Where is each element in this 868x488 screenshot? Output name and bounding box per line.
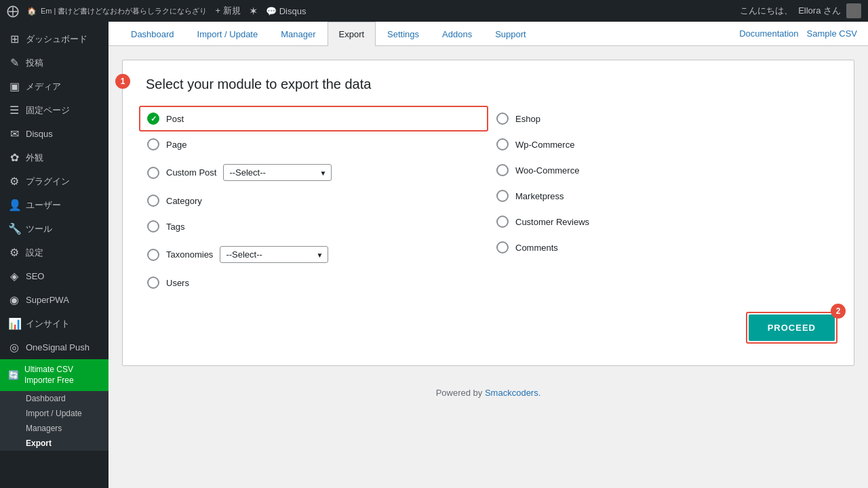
media-icon: ▣ (8, 80, 20, 93)
tab-export[interactable]: Export (328, 22, 376, 46)
step-2-badge: 2 (831, 304, 846, 319)
content-area: Dashboard Import / Update Manager Export… (108, 22, 868, 488)
option-page[interactable]: Page (139, 131, 488, 157)
insights-icon: 📊 (8, 317, 20, 330)
wp-logo-icon[interactable]: ⨁ (7, 3, 19, 18)
posts-icon: ✎ (8, 56, 20, 69)
sidebar-item-plugins[interactable]: ⚙ プラグイン (0, 169, 108, 193)
radio-woocommerce (496, 164, 509, 176)
sidebar-item-seo[interactable]: ◈ SEO (0, 264, 108, 288)
superpwa-icon: ◉ (8, 293, 20, 306)
dashboard-icon: ⊞ (8, 33, 20, 45)
tab-support[interactable]: Support (484, 22, 538, 46)
option-post[interactable]: Post (139, 106, 488, 131)
custom-post-select[interactable]: --Select-- (223, 164, 332, 181)
site-link[interactable]: 🏠 Em | 書けど書けどなおわが暮らしラクにならざり (27, 6, 207, 16)
plugin-content: 1 Select your module to export the data … (108, 46, 868, 422)
option-users[interactable]: Users (139, 270, 488, 296)
sidebar-item-pages[interactable]: ☰ 固定ページ (0, 98, 108, 122)
option-eshop-label: Eshop (515, 114, 540, 124)
sidebar-item-csv-importer[interactable]: 🔄 Ultimate CSV Importer Free (0, 359, 108, 391)
option-woocommerce-label: Woo-Commerce (515, 165, 579, 176)
option-taxonomies-label: Taxonomies (166, 249, 213, 260)
option-marketpress[interactable]: Marketpress (488, 183, 837, 209)
option-comments-label: Comments (515, 243, 558, 253)
seo-icon: ◈ (8, 270, 20, 283)
radio-comments (496, 241, 509, 253)
options-left: Post Page Custom Post --Select-- (139, 106, 488, 296)
option-custom-post-label: Custom Post (166, 167, 216, 178)
tab-manager[interactable]: Manager (269, 22, 327, 46)
sidebar-item-media[interactable]: ▣ メディア (0, 75, 108, 98)
plugins-icon: ⚙ (8, 175, 20, 188)
home-icon: 🏠 (27, 7, 37, 16)
option-post-label: Post (166, 114, 184, 124)
link-documentation[interactable]: Documentation (739, 28, 798, 39)
tab-addons[interactable]: Addons (431, 22, 484, 46)
sidebar-item-onesignal[interactable]: ◎ OneSignal Push (0, 336, 108, 359)
option-marketpress-label: Marketpress (515, 191, 564, 201)
tab-dashboard[interactable]: Dashboard (119, 22, 186, 46)
link-sample-csv[interactable]: Sample CSV (807, 28, 857, 39)
option-customer-reviews-label: Customer Reviews (515, 217, 589, 227)
sidebar: ⊞ ダッシュボード ✎ 投稿 ▣ メディア ☰ 固定ページ ✉ Disqus ✿… (0, 22, 108, 488)
settings-icon: ⚙ (8, 246, 20, 259)
radio-tags (147, 220, 159, 232)
tab-import[interactable]: Import / Update (186, 22, 270, 46)
option-eshop[interactable]: Eshop (488, 106, 837, 131)
proceed-area: PROCEED 2 (139, 312, 837, 344)
proceed-button[interactable]: PROCEED (749, 314, 835, 341)
csv-icon: 🔄 (8, 370, 19, 380)
sidebar-item-disqus[interactable]: ✉ Disqus (0, 122, 108, 146)
plugin-icon: ✶ (249, 5, 258, 18)
option-wpcommerce-label: Wp-Commerce (515, 140, 574, 150)
option-woocommerce[interactable]: Woo-Commerce (488, 157, 837, 183)
taxonomies-select-wrapper: --Select-- ▼ (220, 246, 328, 263)
sidebar-item-settings[interactable]: ⚙ 設定 (0, 241, 108, 264)
footer-powered-by: Powered by (436, 388, 483, 398)
sidebar-sub-dashboard[interactable]: Dashboard (0, 391, 108, 406)
option-wpcommerce[interactable]: Wp-Commerce (488, 131, 837, 157)
sidebar-item-insights[interactable]: 📊 インサイト (0, 312, 108, 336)
radio-post (147, 113, 159, 125)
sidebar-item-posts[interactable]: ✎ 投稿 (0, 51, 108, 75)
custom-post-select-wrapper: --Select-- ▼ (223, 164, 332, 181)
tab-settings[interactable]: Settings (376, 22, 431, 46)
option-tags-label: Tags (166, 222, 184, 232)
sidebar-item-tools[interactable]: 🔧 ツール (0, 217, 108, 241)
admin-bar: ⨁ 🏠 Em | 書けど書けどなおわが暮らしラクにならざり + 新規 ✶ 💬 D… (0, 0, 868, 22)
appearance-icon: ✿ (8, 151, 20, 164)
sidebar-sub-import[interactable]: Import / Update (0, 406, 108, 421)
radio-page (147, 138, 159, 150)
avatar[interactable] (846, 3, 861, 18)
option-comments[interactable]: Comments (488, 235, 837, 260)
disqus-link[interactable]: 💬 Disqus (266, 6, 307, 16)
sidebar-item-dashboard[interactable]: ⊞ ダッシュボード (0, 27, 108, 51)
disqus-sidebar-icon: ✉ (8, 127, 20, 140)
option-tags[interactable]: Tags (139, 214, 488, 239)
option-taxonomies[interactable]: Taxonomies --Select-- ▼ (139, 239, 488, 270)
proceed-button-wrapper: PROCEED 2 (746, 312, 837, 344)
options-right: Eshop Wp-Commerce Woo-Commerce (488, 106, 837, 296)
plugin-tabs: Dashboard Import / Update Manager Export… (108, 22, 868, 46)
sidebar-sub-export[interactable]: Export (0, 436, 108, 451)
taxonomies-select[interactable]: --Select-- (220, 246, 328, 263)
disqus-icon: 💬 (266, 6, 277, 16)
radio-marketpress (496, 190, 509, 202)
sidebar-sub-managers[interactable]: Managers (0, 421, 108, 436)
sidebar-item-users[interactable]: 👤 ユーザー (0, 193, 108, 217)
step-1-badge: 1 (115, 74, 130, 89)
sidebar-item-appearance[interactable]: ✿ 外観 (0, 146, 108, 169)
module-selection-section: 1 Select your module to export the data … (122, 60, 854, 366)
radio-taxonomies (147, 249, 159, 261)
option-category[interactable]: Category (139, 188, 488, 214)
footer-link[interactable]: Smackcoders. (485, 388, 540, 398)
radio-wpcommerce (496, 138, 509, 150)
option-customer-reviews[interactable]: Customer Reviews (488, 209, 837, 235)
sidebar-item-superpwa[interactable]: ◉ SuperPWA (0, 288, 108, 312)
pages-icon: ☰ (8, 104, 20, 117)
section-title: Select your module to export the data (146, 77, 837, 92)
new-button[interactable]: + 新規 (215, 5, 240, 17)
users-icon: 👤 (8, 199, 20, 211)
option-custom-post[interactable]: Custom Post --Select-- ▼ (139, 157, 488, 188)
